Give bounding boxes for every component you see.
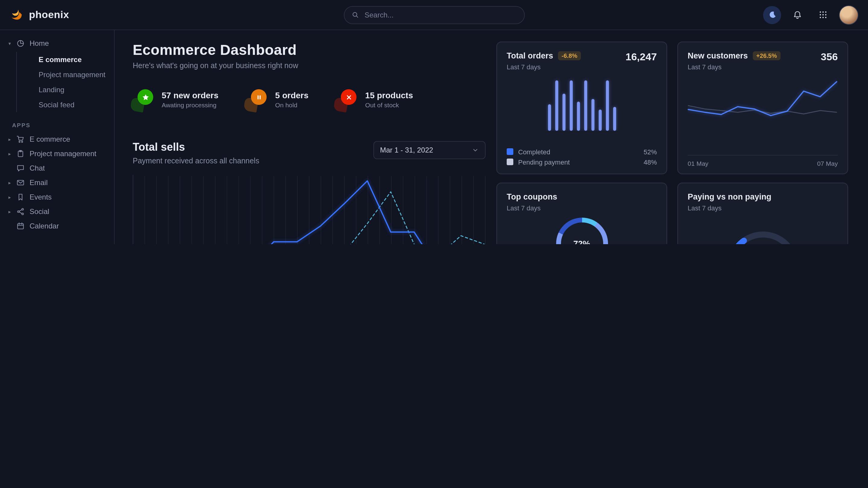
card-period: Last 7 days <box>688 63 780 70</box>
sidebar-item-events[interactable]: ▸Events <box>0 190 114 204</box>
x-icon <box>341 89 357 105</box>
share-icon <box>16 207 25 216</box>
sidebar-item-e-commerce[interactable]: E commerce <box>17 52 114 67</box>
page-title: Ecommerce Dashboard <box>133 42 486 59</box>
card-title: Top coupons <box>507 192 657 201</box>
sidebar-item-calendar[interactable]: Calendar <box>0 219 114 233</box>
cart-icon <box>16 135 25 143</box>
card-title: Total orders <box>507 51 553 60</box>
stat-icon-wrap <box>133 89 153 110</box>
sidebar-item-social[interactable]: ▸Social <box>0 204 114 219</box>
total-orders-card: Total orders -6.8% Last 7 days 16,247 Co… <box>496 42 667 174</box>
legend-value: 48% <box>644 158 657 165</box>
sidebar-item-label: Calendar <box>30 222 59 230</box>
caret-right-icon: ▸ <box>8 180 16 185</box>
stat-icon-wrap <box>336 89 357 110</box>
brand-name: phoenix <box>29 9 69 21</box>
pause-icon <box>251 89 267 105</box>
donut-center-label: 72% <box>574 239 590 244</box>
search-icon <box>351 11 359 19</box>
stat-awating-processing: 57 new ordersAwating processing <box>133 89 218 110</box>
top-navbar: phoenix <box>0 0 868 30</box>
total-orders-bar-chart <box>546 75 618 131</box>
x-tick: 07 May <box>817 160 838 167</box>
stat-caption: On hold <box>275 101 309 108</box>
stat-out-of-stock: 15 productsOut of stock <box>336 89 413 110</box>
dark-mode-toggle[interactable] <box>763 6 781 24</box>
sidebar-item-label: Project management <box>30 150 96 158</box>
sidebar-item-label: Email <box>30 178 48 187</box>
total-orders-legend: Completed52%Pending payment48% <box>507 147 657 167</box>
card-period: Last 7 days <box>507 63 581 70</box>
new-customers-line-chart <box>688 76 838 138</box>
card-period: Last 7 days <box>688 204 838 212</box>
page-subtitle: Here's what's going on at your business … <box>133 62 486 70</box>
stat-text: 5 ordersOn hold <box>275 90 309 108</box>
date-range-value: Mar 1 - 31, 2022 <box>380 146 433 154</box>
caret-down-icon: ▾ <box>8 41 16 46</box>
pause-icon <box>255 93 263 101</box>
x-icon <box>345 93 353 101</box>
global-search-input[interactable] <box>364 10 517 20</box>
date-range-select[interactable]: Mar 1 - 31, 2022 <box>373 141 486 159</box>
navbar-actions <box>744 5 858 24</box>
new-customers-card: New customers +26.5% Last 7 days 356 01 … <box>677 42 848 174</box>
sidebar-item-social-feed[interactable]: Social feed <box>17 97 114 112</box>
trend-badge: +26.5% <box>753 51 780 60</box>
stat-value: 57 new orders <box>162 90 218 100</box>
sidebar-item-label: Chat <box>30 164 45 172</box>
user-avatar[interactable] <box>839 5 858 24</box>
sidebar-item-project-management[interactable]: ▸Project management <box>0 147 114 161</box>
sidebar-submenu: E commerceProject managementLandingSocia… <box>16 52 114 112</box>
paying-vs-nonpaying-card: Paying vs non paying Last 7 days Paying … <box>677 183 848 244</box>
sidebar-item-project-management[interactable]: Project management <box>17 67 114 82</box>
new-customers-x-axis: 01 May 07 May <box>688 155 838 167</box>
chevron-down-icon <box>472 147 479 154</box>
dashboard-cards: Total orders -6.8% Last 7 days 16,247 Co… <box>496 42 848 244</box>
caret-right-icon: ▸ <box>8 136 16 142</box>
stat-caption: Out of stock <box>365 101 413 108</box>
legend-value: 52% <box>644 148 657 155</box>
sidebar-item-home[interactable]: ▾Home <box>0 36 114 51</box>
sidebar-item-chat[interactable]: Chat <box>0 161 114 175</box>
stat-value: 5 orders <box>275 90 309 100</box>
caret-right-icon: ▸ <box>8 209 16 214</box>
sidebar-item-landing[interactable]: Landing <box>17 82 114 97</box>
total-sells-line-chart <box>133 175 486 244</box>
stat-icon-wrap <box>246 89 267 110</box>
notifications-button[interactable] <box>788 6 806 24</box>
legend-item: Completed52% <box>507 147 657 157</box>
top-coupons-card: Top coupons Last 7 days 72% Percentage d… <box>496 183 667 244</box>
apps-menu-button[interactable] <box>814 6 832 24</box>
sidebar: ▾HomeE commerceProject managementLanding… <box>0 30 115 244</box>
total-orders-value: 16,247 <box>625 51 657 63</box>
sidebar-item-label: Home <box>30 39 49 47</box>
chat-icon <box>16 164 25 172</box>
stat-on-hold: 5 ordersOn hold <box>246 89 309 110</box>
stat-text: 57 new ordersAwating processing <box>162 90 218 108</box>
sidebar-item-e-commerce[interactable]: ▸E commerce <box>0 132 114 147</box>
legend-item: Pending payment48% <box>507 157 657 167</box>
brand[interactable]: phoenix <box>10 7 124 22</box>
card-period: Last 7 days <box>507 204 657 212</box>
sidebar-item-label: Events <box>30 193 52 201</box>
moon-icon <box>768 10 777 19</box>
trend-badge: -6.8% <box>558 51 581 60</box>
caret-right-icon: ▸ <box>8 151 16 157</box>
stat-text: 15 productsOut of stock <box>365 90 413 108</box>
donut-hole: 72% <box>561 223 603 244</box>
stat-value: 15 products <box>365 90 413 100</box>
total-sells-title: Total sells <box>133 141 259 154</box>
global-search <box>343 6 525 24</box>
main-content: Ecommerce Dashboard Here's what's going … <box>115 30 868 244</box>
phoenix-logo-icon <box>10 7 24 22</box>
sidebar-nav: ▾HomeE commerceProject managementLanding… <box>0 36 114 244</box>
total-sells-subtitle: Payment received across all channels <box>133 157 259 165</box>
calendar-icon <box>16 222 25 230</box>
sidebar-item-email[interactable]: ▸Email <box>0 175 114 190</box>
total-sells-section: Total sells Payment received across all … <box>133 141 486 244</box>
legend-label: Completed <box>518 148 550 155</box>
top-coupons-donut-chart: 72% <box>556 218 608 244</box>
stat-caption: Awating processing <box>162 101 218 108</box>
starfill-icon <box>142 93 149 101</box>
